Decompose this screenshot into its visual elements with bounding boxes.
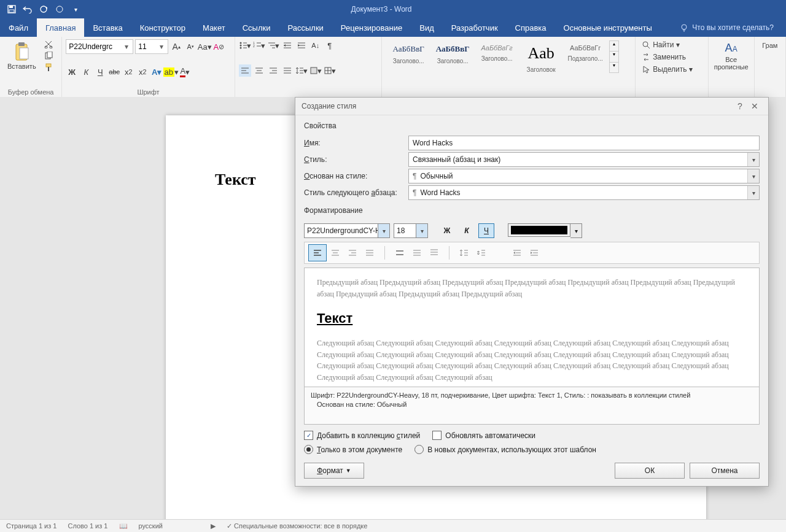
underline-button[interactable]: Ч <box>94 66 106 78</box>
chevron-down-icon[interactable]: ▾ <box>570 223 582 238</box>
find-button[interactable]: Найти ▾ <box>639 39 704 50</box>
dlg-align-left[interactable] <box>308 244 327 261</box>
all-caps-button[interactable]: AA Всепрописные <box>712 39 750 73</box>
select-button[interactable]: Выделить ▾ <box>639 64 704 75</box>
change-case-icon[interactable]: Aa▾ <box>198 40 211 53</box>
text-effects-icon[interactable]: A▾ <box>150 66 163 78</box>
help-icon[interactable]: ? <box>733 101 747 111</box>
align-center-icon[interactable] <box>253 64 265 77</box>
borders-icon[interactable]: ▾ <box>324 64 336 77</box>
format-button[interactable]: Формат▼ <box>304 463 364 479</box>
based-on-select[interactable]: ¶Обычный▾ <box>408 169 760 183</box>
styles-scroll-down[interactable]: ▾ <box>610 51 618 61</box>
bullets-icon[interactable]: ▾ <box>239 39 251 52</box>
font-size-combo[interactable]: 11▾ <box>135 39 168 54</box>
tab-view[interactable]: Вид <box>411 18 443 37</box>
style-item[interactable]: АаБбВвГЗаголово... <box>388 40 429 73</box>
justify-icon[interactable] <box>281 64 294 77</box>
qat-customize-icon[interactable]: ▾ <box>70 4 81 15</box>
style-item[interactable]: AаbЗаголовок <box>521 40 561 73</box>
shading-icon[interactable]: ▾ <box>309 64 322 77</box>
subscript-icon[interactable]: x2 <box>122 66 134 78</box>
italic-button[interactable]: К <box>80 66 92 78</box>
style-item[interactable]: АаБбВвГгПодзаголо... <box>565 40 605 73</box>
dlg-bold-button[interactable]: Ж <box>439 223 455 238</box>
chk-add-to-gallery[interactable]: ✓Добавить в коллекцию стилей <box>304 431 420 440</box>
next-style-select[interactable]: ¶Word Hacks▾ <box>408 185 760 200</box>
dlg-para-space-inc[interactable] <box>456 245 473 261</box>
close-icon[interactable]: ✕ <box>747 101 762 111</box>
tab-references[interactable]: Ссылки <box>234 18 279 37</box>
font-name-combo[interactable]: P22Undergrc▾ <box>66 39 133 54</box>
chk-auto-update[interactable]: Обновлять автоматически <box>432 431 535 440</box>
dlg-align-right[interactable] <box>344 245 361 261</box>
dlg-spacing-2[interactable] <box>426 245 443 261</box>
tab-file[interactable]: Файл <box>0 18 37 37</box>
tab-mailings[interactable]: Рассылки <box>279 18 332 37</box>
format-painter-icon[interactable] <box>43 63 54 72</box>
status-a11y[interactable]: ✓ Специальные возможности: все в порядке <box>227 522 367 530</box>
status-macro-icon[interactable]: ▶ <box>211 522 216 530</box>
grow-font-icon[interactable]: A▴ <box>170 40 182 53</box>
multilevel-list-icon[interactable]: ▾ <box>267 39 279 52</box>
status-language[interactable]: русский <box>139 522 163 530</box>
align-left-icon[interactable] <box>239 64 251 77</box>
style-item[interactable]: АаБбВвГгЗаголово... <box>477 40 517 73</box>
dlg-spacing-1[interactable] <box>391 245 408 261</box>
highlight-icon[interactable]: ab▾ <box>165 66 177 78</box>
tab-home[interactable]: Главная <box>37 18 84 37</box>
tab-main-tools[interactable]: Основные инструменты <box>555 18 661 37</box>
touch-mode-icon[interactable] <box>54 4 65 15</box>
increase-indent-icon[interactable] <box>295 39 308 52</box>
styles-scroll-up[interactable]: ▴ <box>610 41 618 51</box>
cut-icon[interactable] <box>43 39 54 49</box>
styles-gallery[interactable]: АаБбВвГЗаголово... АаБбВвГЗаголово... Аа… <box>386 39 631 74</box>
tab-layout[interactable]: Макет <box>194 18 234 37</box>
style-type-select[interactable]: Связанный (абзац и знак)▾ <box>408 152 760 167</box>
superscript-icon[interactable]: x2 <box>136 66 149 78</box>
tell-me-search[interactable]: Что вы хотите сделать? <box>680 18 786 37</box>
status-words[interactable]: Слово 1 из 1 <box>68 522 107 530</box>
shrink-font-icon[interactable]: A▾ <box>184 40 196 53</box>
copy-icon[interactable] <box>43 51 54 61</box>
dlg-size-combo[interactable]: 18▾ <box>394 223 428 238</box>
tab-insert[interactable]: Вставка <box>84 18 131 37</box>
dlg-font-color[interactable] <box>508 223 570 237</box>
sort-icon[interactable]: A↓ <box>309 39 322 52</box>
redo-icon[interactable] <box>38 4 49 15</box>
undo-icon[interactable] <box>22 4 33 15</box>
dlg-underline-button[interactable]: Ч <box>478 223 494 238</box>
status-proof-icon[interactable]: 📖 <box>119 522 128 530</box>
ok-button[interactable]: ОК <box>615 463 685 479</box>
strikethrough-button[interactable]: abc <box>108 66 120 78</box>
font-color-icon[interactable]: A▾ <box>179 66 191 78</box>
dlg-italic-button[interactable]: К <box>459 223 475 238</box>
rad-this-doc[interactable]: Только в этом документе <box>304 445 402 454</box>
dlg-indent-dec[interactable] <box>508 245 526 261</box>
bold-button[interactable]: Ж <box>66 66 78 78</box>
cancel-button[interactable]: Отмена <box>690 463 760 479</box>
styles-expand[interactable]: ▾ <box>610 62 618 72</box>
dlg-justify[interactable] <box>361 245 378 261</box>
dlg-align-center[interactable] <box>327 245 344 261</box>
numbering-icon[interactable]: 12▾ <box>253 39 265 52</box>
dlg-indent-inc[interactable] <box>526 245 543 261</box>
align-right-icon[interactable] <box>267 64 279 77</box>
show-marks-icon[interactable]: ¶ <box>324 39 336 52</box>
tab-developer[interactable]: Разработчик <box>443 18 507 37</box>
rad-template[interactable]: В новых документах, использующих этот ша… <box>414 445 596 454</box>
line-spacing-icon[interactable]: ▾ <box>295 64 308 77</box>
clear-formatting-icon[interactable]: A⊘ <box>212 40 225 53</box>
dlg-spacing-15[interactable] <box>408 245 426 261</box>
decrease-indent-icon[interactable] <box>281 39 294 52</box>
save-icon[interactable] <box>6 4 17 15</box>
tab-review[interactable]: Рецензирование <box>332 18 411 37</box>
status-page[interactable]: Страница 1 из 1 <box>6 522 56 530</box>
tab-design[interactable]: Конструктор <box>131 18 194 37</box>
tab-help[interactable]: Справка <box>507 18 555 37</box>
grammar-button[interactable]: Грам <box>758 39 782 52</box>
style-item[interactable]: АаБбВвГЗаголово... <box>432 40 473 73</box>
replace-button[interactable]: Заменить <box>639 52 704 63</box>
dlg-para-space-dec[interactable] <box>473 245 490 261</box>
paste-button[interactable]: Вставить <box>4 39 40 72</box>
